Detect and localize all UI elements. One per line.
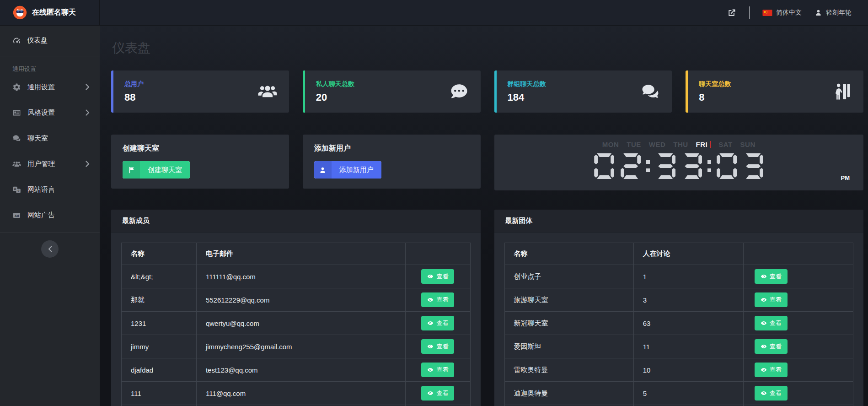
language-switcher[interactable]: 简体中文 (762, 9, 802, 17)
cell-action: 查看 (406, 312, 470, 335)
create-room-card: 创建聊天室 创建聊天室 (111, 135, 289, 189)
sidebar-dashboard-label: 仪表盘 (27, 36, 48, 45)
clock-digit (743, 153, 763, 179)
view-button[interactable]: 查看 (421, 269, 454, 284)
col-header-name: 名称 (504, 243, 633, 265)
table-row: 爱因斯坦 11 查看 (504, 335, 853, 358)
create-room-title: 创建聊天室 (123, 144, 278, 153)
view-button[interactable]: 查看 (421, 292, 454, 307)
middle-row: 创建聊天室 创建聊天室 添加新用户 添加新用户 MONTUEWEDTHUFRIS… (111, 135, 863, 190)
gear-icon (12, 83, 21, 92)
table-row: djafdad test123@qq.com 查看 (122, 358, 471, 382)
external-link-icon (727, 8, 736, 17)
brand-title: 在线匿名聊天 (32, 8, 76, 17)
view-button[interactable]: 查看 (755, 339, 788, 354)
cell-action: 查看 (406, 288, 470, 312)
chevron-right-icon (86, 84, 90, 90)
clock-digit (717, 153, 737, 179)
latest-members-body: 名称 电子邮件 &lt;&gt; 111111@qq.com 查看 那就 552… (111, 233, 481, 406)
table-row: 创业点子 1 查看 (504, 265, 853, 288)
cell-action: 查看 (406, 358, 470, 382)
table-header-row: 名称 人在讨论 (504, 243, 853, 265)
app-logo-icon (13, 5, 27, 20)
stat-card-total-users: 总用户 88 (111, 70, 289, 113)
sidebar-item-site-ads[interactable]: 网站广告 (0, 202, 100, 228)
clock-digit (655, 153, 675, 179)
add-user-card: 添加新用户 添加新用户 (303, 135, 481, 189)
create-room-button-label: 创建聊天室 (140, 161, 190, 179)
create-room-button[interactable]: 创建聊天室 (123, 161, 190, 179)
chevron-right-icon (86, 109, 90, 116)
user-menu[interactable]: 轻刻年轮 (814, 9, 852, 17)
clock-day-sun: SUN (740, 141, 755, 148)
chevron-left-icon (48, 246, 52, 252)
sidebar-item-chat-rooms[interactable]: 聊天室 (0, 125, 100, 151)
comment-dots-icon (450, 82, 469, 101)
view-button[interactable]: 查看 (421, 339, 454, 354)
cell-value: jimmycheng255@gmail.com (196, 335, 406, 358)
cell-action: 查看 (743, 382, 853, 405)
cell-value: 111@qq.com (196, 382, 406, 405)
latest-groups-body: 名称 人在讨论 创业点子 1 查看 旅游聊天室 3 查看 (494, 233, 864, 406)
view-button[interactable]: 查看 (755, 292, 788, 307)
eye-icon (761, 273, 767, 280)
sidebar-item-style-settings[interactable]: 风格设置 (0, 100, 100, 125)
sidebar: 仪表盘 通用设置 通用设置 风格设置 聊天室 用户管理 网站语言 网站广 (0, 26, 100, 406)
chevron-right-icon (86, 161, 90, 167)
clock-digit (621, 153, 641, 179)
clock-day-fri: FRI (696, 141, 711, 148)
cell-name: jimmy (122, 335, 197, 358)
sidebar-item-general-settings[interactable]: 通用设置 (0, 74, 100, 100)
page-title: 仪表盘 (112, 39, 863, 57)
cell-name: 迪迦奥特曼 (504, 382, 633, 405)
stat-label: 群组聊天总数 (508, 80, 546, 88)
stats-row: 总用户 88 私人聊天总数 20 群组聊天总数 184 聊天室总数 8 (111, 70, 863, 113)
cell-name: &lt;&gt; (122, 265, 197, 288)
view-button[interactable]: 查看 (755, 316, 788, 330)
stat-value: 8 (699, 92, 731, 103)
view-button[interactable]: 查看 (755, 386, 788, 401)
cell-action: 查看 (743, 335, 853, 358)
cell-value: qwertyu@qq.com (196, 312, 406, 335)
sidebar-item-dashboard[interactable]: 仪表盘 (0, 30, 100, 50)
top-bar: 在线匿名聊天 简体中文 轻刻年轮 (0, 0, 868, 26)
cell-name: 雷欧奥特曼 (504, 358, 633, 382)
eye-icon (427, 320, 434, 326)
cell-name: 爱因斯坦 (504, 335, 633, 358)
china-flag-icon (762, 9, 772, 16)
users-group-icon (258, 82, 277, 101)
latest-groups-table: 名称 人在讨论 创业点子 1 查看 旅游聊天室 3 查看 (504, 243, 854, 406)
tables-row: 最新成员 名称 电子邮件 &lt;&gt; 111111@qq.com (111, 210, 863, 406)
sidebar-item-site-language[interactable]: 网站语言 (0, 177, 100, 202)
external-link-button[interactable] (727, 8, 736, 17)
view-button[interactable]: 查看 (421, 386, 454, 401)
clock-day-tue: TUE (627, 141, 641, 148)
brand[interactable]: 在线匿名聊天 (0, 0, 100, 25)
latest-members-header: 最新成员 (111, 210, 481, 233)
stat-value: 184 (508, 92, 546, 103)
table-row: 1231 qwertyu@qq.com 查看 (122, 312, 471, 335)
cell-name: djafdad (122, 358, 197, 382)
view-button[interactable]: 查看 (421, 316, 454, 330)
sidebar-collapse-button[interactable] (41, 240, 59, 258)
view-button[interactable]: 查看 (755, 269, 788, 284)
sidebar-item-user-management[interactable]: 用户管理 (0, 151, 100, 177)
flag-icon (123, 161, 140, 179)
sidebar-section-label: 通用设置 (0, 56, 100, 74)
ad-icon (12, 211, 21, 220)
cell-name: 111 (122, 382, 197, 405)
comments-icon (641, 82, 660, 101)
cell-name: 旅游聊天室 (504, 288, 633, 312)
table-row: 雷欧奥特曼 10 查看 (504, 358, 853, 382)
username-label: 轻刻年轮 (826, 9, 852, 17)
clock-day-wed: WED (649, 141, 666, 148)
cell-action: 查看 (743, 312, 853, 335)
view-button[interactable]: 查看 (755, 363, 788, 377)
cell-action: 查看 (743, 288, 853, 312)
view-button[interactable]: 查看 (421, 363, 454, 377)
cell-action: 查看 (406, 265, 470, 288)
cell-name: 那就 (122, 288, 197, 312)
stat-value: 20 (316, 92, 354, 103)
add-user-button[interactable]: 添加新用户 (314, 161, 381, 179)
eye-icon (427, 390, 434, 396)
